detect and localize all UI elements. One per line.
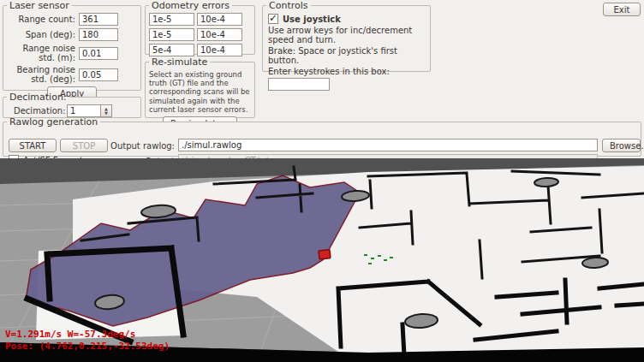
decimation-input[interactable]: [67, 104, 101, 117]
stop-button[interactable]: STOP: [60, 139, 108, 152]
odometry-input-1-1[interactable]: [197, 28, 242, 41]
range-noise-row: Range noise std. (m):: [7, 44, 137, 62]
simulator-window: Laser sensor Range count: Span (deg): Ra…: [0, 0, 644, 362]
controls-group: Controls Use joystick Use arrow keys for…: [262, 0, 431, 72]
decimation-title: Decimation:: [7, 92, 69, 103]
laser-sensor-title: Laser sensor: [7, 0, 72, 11]
range-noise-label: Range noise std. (m):: [7, 44, 79, 62]
range-count-label: Range count:: [7, 15, 79, 24]
controls-hint-arrows: Use arrow keys for inc/decrement speed a…: [268, 26, 426, 45]
resimulate-group: Re-simulate Select an existing ground tr…: [145, 56, 255, 118]
controls-hint-brake: Brake: Space or joystick's first button.: [268, 46, 426, 65]
use-joystick-label: Use joystick: [283, 15, 341, 24]
span-input[interactable]: [79, 28, 118, 41]
controls-hint-keystrokes: Enter keystrokes in this box:: [268, 67, 426, 76]
hud-pose-text: Pose: (4.762,0.215,-32.53deg): [5, 341, 170, 352]
spin-down-icon[interactable]: ▼: [104, 111, 108, 116]
odometry-input-2-1[interactable]: [197, 44, 242, 56]
browse-button[interactable]: Browse...: [602, 139, 641, 152]
decimation-label: Decimation:: [7, 106, 67, 116]
robot-marker: [319, 250, 331, 259]
bearing-noise-input[interactable]: [79, 68, 118, 81]
odometry-errors-group: Odometry errors: [145, 0, 255, 55]
output-rawlog-input[interactable]: [178, 139, 598, 151]
start-button[interactable]: START: [9, 139, 57, 152]
controls-title: Controls: [266, 0, 311, 11]
span-row: Span (deg):: [7, 28, 137, 41]
odometry-input-1-0[interactable]: [149, 28, 194, 41]
decimation-group: Decimation: Decimation: ▲▼: [3, 92, 141, 118]
control-panel: Laser sensor Range count: Span (deg): Ra…: [0, 0, 644, 158]
odometry-input-0-1[interactable]: [197, 13, 242, 26]
odometry-input-0-0[interactable]: [149, 13, 194, 26]
odometry-errors-title: Odometry errors: [149, 0, 232, 11]
odometry-input-2-0[interactable]: [149, 44, 194, 56]
3d-scene: V=1.291m/s W=-57.3deg/s Pose: (4.762,0.2…: [0, 158, 644, 362]
range-noise-input[interactable]: [79, 47, 118, 60]
keystroke-input[interactable]: [268, 78, 330, 91]
rawlog-generation-group: Rawlog generation START STOP Output rawl…: [3, 116, 641, 157]
decimation-spinner[interactable]: ▲▼: [101, 104, 112, 117]
output-rawlog-label: Output rawlog:: [104, 141, 175, 151]
laser-sensor-group: Laser sensor Range count: Span (deg): Ra…: [3, 0, 141, 91]
rawlog-generation-title: Rawlog generation: [7, 116, 100, 128]
bearing-noise-row: Bearing noise std. (deg):: [7, 65, 137, 84]
resimulate-title: Re-simulate: [149, 56, 210, 68]
span-label: Span (deg):: [7, 30, 79, 39]
resimulate-description: Select an existing ground truth (GT) fil…: [149, 70, 251, 114]
range-count-row: Range count:: [7, 13, 137, 26]
exit-button[interactable]: Exit: [603, 3, 641, 16]
use-joystick-checkbox[interactable]: [268, 14, 278, 24]
bearing-noise-label: Bearing noise std. (deg):: [7, 65, 79, 84]
3d-viewport[interactable]: V=1.291m/s W=-57.3deg/s Pose: (4.762,0.2…: [0, 158, 644, 362]
range-count-input[interactable]: [79, 13, 118, 26]
hud-velocity-text: V=1.291m/s W=-57.3deg/s: [5, 329, 135, 340]
